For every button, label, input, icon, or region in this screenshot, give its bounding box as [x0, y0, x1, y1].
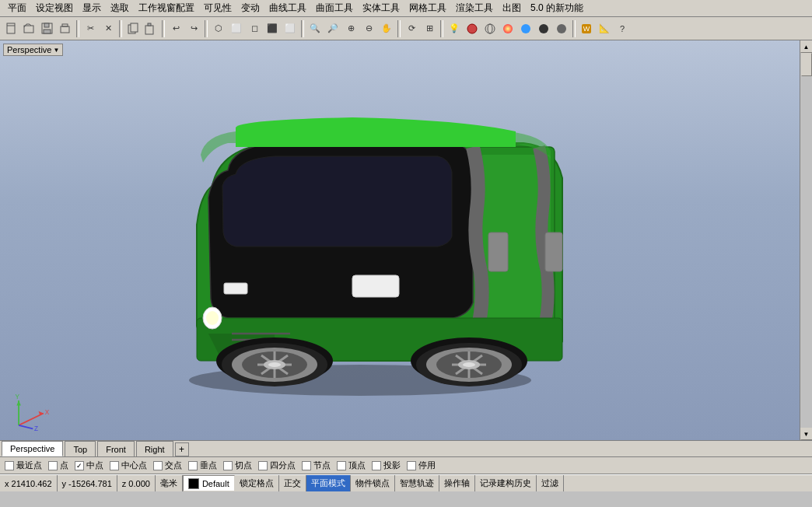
- snap-vertex-checkbox[interactable]: [337, 461, 346, 470]
- viewport[interactable]: Perspective ▼: [0, 40, 800, 440]
- snap-tangent[interactable]: 切点: [223, 460, 252, 471]
- object-snap-button[interactable]: 物件锁点: [351, 475, 395, 491]
- select-crossing-button[interactable]: ◻: [246, 20, 263, 37]
- paste-button[interactable]: [142, 20, 159, 37]
- smart-track-button[interactable]: 智慧轨迹: [395, 475, 439, 491]
- view-options-button[interactable]: ⊞: [421, 20, 438, 37]
- filter-button[interactable]: 过滤: [537, 475, 564, 491]
- layer-display[interactable]: Default: [183, 475, 235, 491]
- svg-rect-11: [148, 23, 151, 26]
- unit-label: 毫米: [160, 477, 177, 489]
- viewport-dropdown-icon: ▼: [53, 47, 59, 54]
- smart-track-label: 智慧轨迹: [400, 477, 434, 489]
- tab-perspective[interactable]: Perspective: [2, 441, 63, 456]
- deselect-button[interactable]: ⬜: [282, 20, 299, 37]
- help-button[interactable]: ?: [614, 20, 631, 37]
- vertical-scrollbar[interactable]: ▲ ▼: [800, 40, 812, 440]
- zoom-out-button[interactable]: ⊖: [360, 20, 377, 37]
- snap-point-checkbox[interactable]: [48, 461, 58, 470]
- material-button[interactable]: [481, 20, 499, 37]
- color-button-1[interactable]: [499, 20, 516, 37]
- tab-add-button[interactable]: +: [175, 442, 189, 456]
- menu-shiti-gongju[interactable]: 实体工具: [358, 0, 404, 16]
- menu-xianshi[interactable]: 显示: [78, 0, 106, 16]
- menu-new-features[interactable]: 5.0 的新功能: [526, 0, 588, 16]
- snap-intersect[interactable]: 交点: [153, 460, 182, 471]
- print-button[interactable]: [57, 20, 74, 37]
- svg-rect-2: [24, 26, 33, 33]
- snap-vertex[interactable]: 顶点: [337, 460, 366, 471]
- new-button[interactable]: [3, 20, 20, 37]
- extra-button-1[interactable]: W: [578, 20, 595, 37]
- snap-disable-checkbox[interactable]: [407, 461, 416, 470]
- light-button[interactable]: 💡: [446, 20, 463, 37]
- snap-center[interactable]: 中心点: [110, 460, 147, 471]
- select-all-button[interactable]: ⬛: [264, 20, 281, 37]
- snap-quad[interactable]: 四分点: [258, 460, 296, 471]
- gumball-button[interactable]: 操作轴: [439, 475, 475, 491]
- undo-button[interactable]: ↩: [167, 20, 184, 37]
- cut-button[interactable]: ✂: [82, 20, 99, 37]
- zoom-window-button[interactable]: 🔎: [324, 20, 341, 37]
- menu-wangge-gongju[interactable]: 网格工具: [404, 0, 451, 16]
- snap-midpoint-checkbox[interactable]: [75, 461, 84, 470]
- scroll-down-button[interactable]: ▼: [800, 428, 813, 440]
- record-history-button[interactable]: 记录建构历史: [475, 475, 537, 491]
- view-rotate-button[interactable]: ⟳: [403, 20, 420, 37]
- snap-quad-checkbox[interactable]: [258, 461, 268, 470]
- tab-right[interactable]: Right: [136, 441, 173, 456]
- svg-rect-35: [352, 275, 399, 297]
- tab-top[interactable]: Top: [65, 441, 96, 456]
- planar-mode-button[interactable]: 平面模式: [306, 475, 351, 491]
- lock-grid-button[interactable]: 锁定格点: [235, 475, 279, 491]
- menu-xuanqu[interactable]: 选取: [106, 0, 134, 16]
- snap-tangent-checkbox[interactable]: [223, 461, 233, 470]
- color-button-3[interactable]: [535, 20, 552, 37]
- menu-ping-mian[interactable]: 平面: [3, 0, 31, 16]
- snap-project-checkbox[interactable]: [372, 461, 381, 470]
- zoom-in-button[interactable]: ⊕: [342, 20, 359, 37]
- zoom-extent-button[interactable]: 🔍: [306, 20, 324, 37]
- svg-point-14: [488, 24, 492, 33]
- snap-center-checkbox[interactable]: [110, 461, 119, 470]
- snap-perp[interactable]: 垂点: [188, 460, 217, 471]
- viewport-label[interactable]: Perspective ▼: [3, 44, 63, 56]
- color-button-4[interactable]: [553, 20, 570, 37]
- lock-grid-label: 锁定格点: [240, 477, 274, 489]
- menu-kejianxing[interactable]: 可见性: [199, 0, 236, 16]
- snap-point[interactable]: 点: [48, 460, 68, 471]
- scroll-thumb[interactable]: [801, 53, 812, 76]
- tab-front[interactable]: Front: [97, 441, 135, 456]
- color-button-2[interactable]: [517, 20, 534, 37]
- snap-project[interactable]: 投影: [372, 460, 401, 471]
- menu-quxian-gongju[interactable]: 曲线工具: [264, 0, 311, 16]
- save-button[interactable]: [39, 20, 56, 37]
- menu-sheding-shitu[interactable]: 设定视图: [31, 0, 78, 16]
- snap-midpoint[interactable]: 中点: [75, 460, 103, 471]
- pan-button[interactable]: ✋: [378, 20, 395, 37]
- snap-perp-checkbox[interactable]: [188, 461, 198, 470]
- menu-gongzuo-shicha[interactable]: 工作视窗配置: [134, 0, 199, 16]
- scroll-up-button[interactable]: ▲: [800, 40, 813, 53]
- extra-button-2[interactable]: 📐: [596, 20, 613, 37]
- snap-nearest[interactable]: 最近点: [5, 460, 42, 471]
- snap-knot-checkbox[interactable]: [302, 461, 311, 470]
- snap-disable[interactable]: 停用: [407, 460, 436, 471]
- scroll-track[interactable]: [800, 53, 812, 428]
- snap-intersect-checkbox[interactable]: [153, 461, 163, 470]
- render-button[interactable]: [464, 20, 481, 37]
- select-window-button[interactable]: ⬜: [228, 20, 245, 37]
- open-button[interactable]: [21, 20, 38, 37]
- menu-qumian-gongju[interactable]: 曲面工具: [311, 0, 358, 16]
- redo-button[interactable]: ↪: [185, 20, 202, 37]
- menu-chutu[interactable]: 出图: [498, 0, 526, 16]
- svg-point-31: [206, 311, 219, 325]
- menu-biandong[interactable]: 变动: [236, 0, 264, 16]
- copy-button[interactable]: [124, 20, 142, 37]
- menu-xuanran-gongju[interactable]: 渲染工具: [451, 0, 498, 16]
- ortho-button[interactable]: 正交: [279, 475, 306, 491]
- select-button[interactable]: ⬡: [210, 20, 227, 37]
- close-btn[interactable]: ✕: [100, 20, 117, 37]
- snap-knot[interactable]: 节点: [302, 460, 331, 471]
- snap-nearest-checkbox[interactable]: [5, 461, 14, 470]
